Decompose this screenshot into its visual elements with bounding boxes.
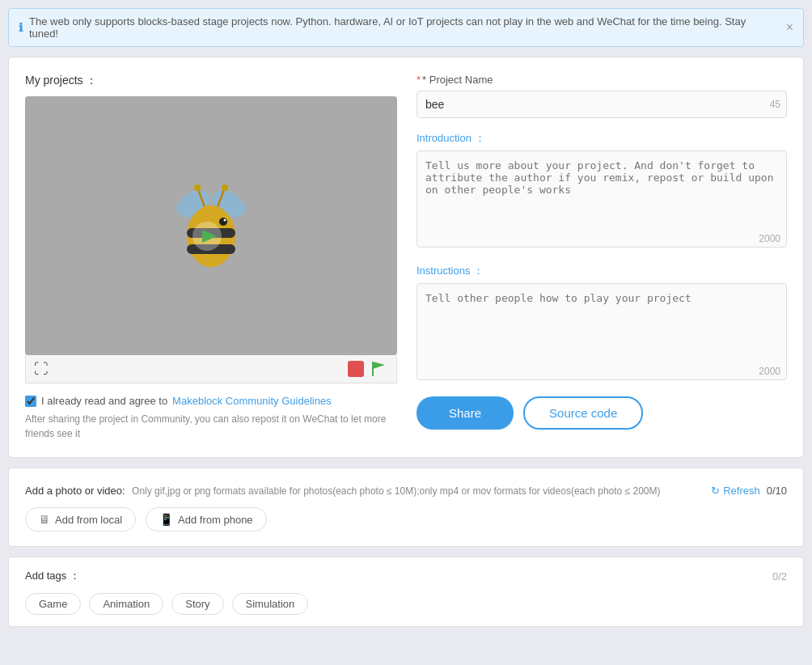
left-panel: My projects ： (25, 74, 397, 441)
local-icon: 🖥 (39, 513, 50, 526)
main-section: My projects ： (8, 57, 804, 458)
introduction-textarea[interactable] (417, 150, 787, 248)
media-section: Add a photo or video: Only gif,jpg or pn… (8, 468, 804, 547)
preview-controls: ⛶ (25, 355, 397, 383)
info-icon: ℹ (19, 21, 23, 34)
add-local-label: Add from local (55, 514, 122, 526)
project-name-input[interactable] (417, 91, 787, 118)
add-phone-label: Add from phone (178, 514, 253, 526)
source-code-button[interactable]: Source code (523, 396, 643, 430)
add-photo-label: Add a photo or video: (25, 485, 125, 497)
introduction-label: Introduction ： (417, 131, 787, 146)
add-from-phone-button[interactable]: 📱 Add from phone (146, 507, 267, 532)
refresh-button[interactable]: ↻ Refresh (711, 485, 760, 497)
close-icon[interactable]: × (786, 20, 793, 35)
expand-icon[interactable]: ⛶ (34, 361, 49, 378)
action-buttons: Share Source code (417, 396, 787, 430)
add-media-buttons: 🖥 Add from local 📱 Add from phone (25, 507, 787, 532)
media-ratio: 0/10 (767, 485, 787, 497)
bee-illustration (163, 173, 260, 278)
agree-label: I already read and agree to (41, 395, 167, 407)
project-name-char-count: 45 (770, 99, 780, 110)
instructions-label: Instructions ： (417, 264, 787, 278)
notice-text: The web only supports blocks-based stage… (29, 15, 778, 40)
instructions-wrapper: 2000 (417, 283, 787, 383)
refresh-icon: ↻ (711, 485, 720, 497)
right-panel: ** Project Name 45 Introduction ： 2000 I… (417, 74, 787, 441)
add-from-local-button[interactable]: 🖥 Add from local (25, 507, 136, 532)
agree-section: I already read and agree to Makeblock Co… (25, 395, 397, 441)
instructions-char-count: 2000 (759, 366, 780, 377)
agree-checkbox[interactable] (25, 396, 36, 407)
flag-button[interactable] (370, 360, 388, 378)
notice-bar: ℹ The web only supports blocks-based sta… (8, 8, 804, 47)
svg-point-9 (219, 218, 227, 226)
community-guidelines-link[interactable]: Makeblock Community Guidelines (172, 395, 332, 407)
svg-point-5 (222, 184, 228, 191)
introduction-wrapper: 2000 (417, 150, 787, 251)
introduction-char-count: 2000 (759, 233, 780, 244)
refresh-label: Refresh (723, 485, 760, 497)
agree-description: After sharing the project in Community, … (25, 412, 397, 441)
phone-icon: 📱 (159, 513, 173, 526)
tags-ratio: 0/2 (772, 570, 787, 582)
tag-pill[interactable]: Simulation (232, 593, 309, 615)
tags-label: Add tags ： (25, 569, 80, 583)
project-preview (25, 96, 397, 355)
tags-header: Add tags ： 0/2 (25, 569, 787, 583)
required-star: * (417, 74, 421, 86)
photo-label-group: Add a photo or video: Only gif,jpg or pn… (25, 483, 661, 498)
stop-button[interactable] (348, 361, 364, 377)
tag-pill[interactable]: Story (171, 593, 223, 615)
svg-marker-13 (373, 362, 385, 376)
tag-pill[interactable]: Game (25, 593, 81, 615)
instructions-textarea[interactable] (417, 283, 787, 380)
share-button[interactable]: Share (417, 396, 514, 430)
project-name-wrapper: 45 (417, 91, 787, 118)
svg-point-3 (194, 184, 201, 191)
project-name-label: ** Project Name (417, 74, 787, 86)
tags-row: GameAnimationStorySimulation (25, 593, 787, 615)
photo-description: Only gif,jpg or png formats available fo… (132, 485, 661, 497)
my-projects-label: My projects ： (25, 74, 397, 88)
tags-section: Add tags ： 0/2 GameAnimationStorySimulat… (8, 557, 804, 627)
tag-pill[interactable]: Animation (89, 593, 163, 615)
photo-header: Add a photo or video: Only gif,jpg or pn… (25, 483, 787, 498)
svg-point-10 (224, 219, 226, 222)
